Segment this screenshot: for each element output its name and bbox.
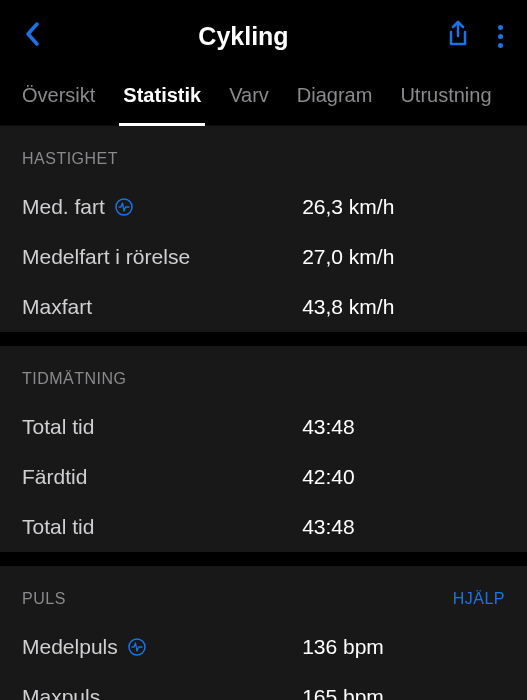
tab-stats[interactable]: Statistik — [119, 70, 205, 125]
pulse-section-header: PULS HJÄLP — [0, 566, 527, 622]
row-label: Total tid — [22, 415, 302, 439]
timing-section-header: TIDMÄTNING — [0, 346, 527, 402]
share-icon[interactable] — [446, 20, 470, 52]
row-value: 136 bpm — [302, 635, 505, 659]
pulse-icon — [115, 198, 133, 216]
row-label: Färdtid — [22, 465, 302, 489]
back-icon[interactable] — [24, 21, 40, 51]
header-left — [24, 21, 64, 51]
row-label: Total tid — [22, 515, 302, 539]
row-value: 43:48 — [302, 415, 505, 439]
header: Cykling — [0, 0, 527, 70]
row-value: 26,3 km/h — [302, 195, 505, 219]
row-value: 43,8 km/h — [302, 295, 505, 319]
timing-section: TIDMÄTNING Total tid 43:48 Färdtid 42:40… — [0, 346, 527, 552]
pulse-section-title: PULS — [22, 590, 66, 608]
row-label: Maxpuls — [22, 685, 302, 700]
page-title: Cykling — [198, 22, 288, 51]
speed-section-title: HASTIGHET — [22, 150, 118, 168]
row-label: Medelfart i rörelse — [22, 245, 302, 269]
tab-laps[interactable]: Varv — [225, 70, 273, 125]
row-value: 165 bpm — [302, 685, 505, 700]
row-max-speed: Maxfart 43,8 km/h — [0, 282, 527, 332]
tab-overview[interactable]: Översikt — [18, 70, 99, 125]
row-moving-speed: Medelfart i rörelse 27,0 km/h — [0, 232, 527, 282]
row-moving-time: Färdtid 42:40 — [0, 452, 527, 502]
timing-section-title: TIDMÄTNING — [22, 370, 127, 388]
row-label: Maxfart — [22, 295, 302, 319]
header-right — [423, 20, 503, 52]
label-text: Medelpuls — [22, 635, 118, 659]
pulse-icon — [128, 638, 146, 656]
row-avg-pulse: Medelpuls 136 bpm — [0, 622, 527, 672]
row-value: 43:48 — [302, 515, 505, 539]
tab-equipment[interactable]: Utrustning — [396, 70, 495, 125]
row-label: Med. fart — [22, 195, 302, 219]
row-total-time-2: Total tid 43:48 — [0, 502, 527, 552]
row-value: 27,0 km/h — [302, 245, 505, 269]
content: HASTIGHET Med. fart 26,3 km/h Medelfart … — [0, 126, 527, 700]
row-avg-speed: Med. fart 26,3 km/h — [0, 182, 527, 232]
speed-section-header: HASTIGHET — [0, 126, 527, 182]
row-value: 42:40 — [302, 465, 505, 489]
tab-charts[interactable]: Diagram — [293, 70, 377, 125]
help-link[interactable]: HJÄLP — [453, 590, 505, 608]
label-text: Med. fart — [22, 195, 105, 219]
more-icon[interactable] — [498, 25, 503, 48]
speed-section: HASTIGHET Med. fart 26,3 km/h Medelfart … — [0, 126, 527, 332]
row-total-time: Total tid 43:48 — [0, 402, 527, 452]
pulse-section: PULS HJÄLP Medelpuls 136 bpm Maxpuls 165… — [0, 566, 527, 700]
row-max-pulse: Maxpuls 165 bpm — [0, 672, 527, 700]
row-label: Medelpuls — [22, 635, 302, 659]
tabs: Översikt Statistik Varv Diagram Utrustni… — [0, 70, 527, 126]
